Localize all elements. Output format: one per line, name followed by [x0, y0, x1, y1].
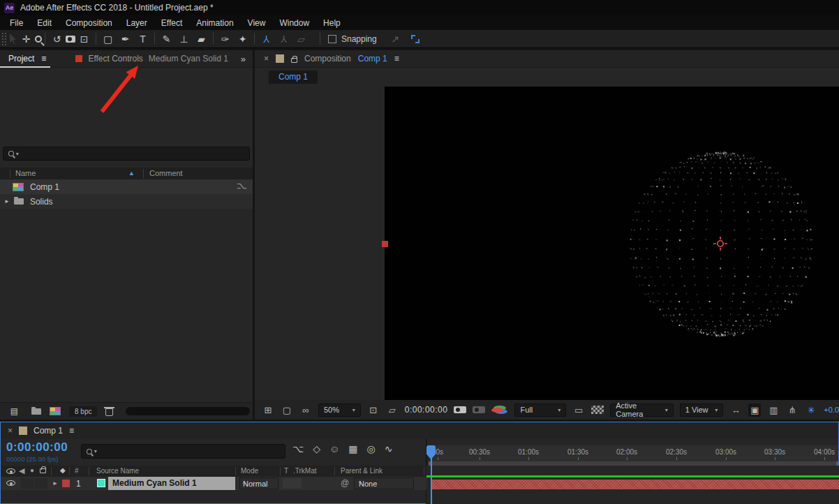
lock-toggle-cell[interactable] [34, 478, 47, 489]
lock-column-icon[interactable] [40, 468, 46, 473]
view-axis-mode-icon[interactable]: ▱ [292, 31, 310, 47]
expander-icon[interactable]: ► [4, 198, 10, 205]
time-ruler[interactable]: 00s00:30s01:00s01:30s02:00s02:30s03:00s0… [430, 445, 838, 461]
lock-icon[interactable] [291, 58, 297, 63]
export-selection-icon[interactable]: ↗ [387, 31, 404, 47]
shy-layers-icon[interactable]: ☺ [329, 443, 339, 454]
stereo-3d-icon[interactable]: ∞ [299, 405, 312, 415]
layer-label-color[interactable] [62, 480, 70, 487]
show-snapshot-icon[interactable] [473, 406, 485, 413]
tab-effect-controls[interactable]: Effect Controls Medium Cyan Solid 1 [75, 54, 228, 64]
resolution-dropdown[interactable]: Full ▾ [514, 403, 566, 417]
rectangle-tool-icon[interactable]: ▢ [99, 31, 117, 47]
column-index[interactable]: # [75, 467, 79, 475]
panel-drag-icon[interactable] [19, 427, 27, 435]
timeline-tab-label[interactable]: Comp 1 [34, 426, 63, 436]
graph-editor-icon[interactable]: ∿ [385, 443, 393, 454]
time-display[interactable]: 0:00:00:00 00000 (25.00 fps) [6, 440, 68, 463]
project-row-solids[interactable]: ► Solids [0, 194, 253, 209]
main-view-icon[interactable]: ▢ [281, 405, 293, 415]
menu-item[interactable]: File [3, 18, 30, 28]
pickwhip-icon[interactable]: @ [341, 478, 349, 488]
hand-tool-icon[interactable]: ✛ [17, 31, 35, 47]
menu-item[interactable]: Animation [189, 18, 240, 28]
roto-brush-tool-icon[interactable]: ✑ [216, 31, 234, 47]
composition-viewport[interactable] [255, 87, 839, 400]
tab-overflow-icon[interactable]: » [241, 54, 246, 64]
trkmat-cell[interactable] [283, 478, 302, 489]
column-name[interactable]: Name [15, 169, 36, 177]
flowchart-icon[interactable]: ⌥ [237, 181, 247, 192]
motion-blur-icon[interactable]: ◎ [366, 443, 375, 454]
trash-icon[interactable] [105, 408, 113, 416]
current-time-display[interactable]: 0:00:00:00 [405, 405, 448, 415]
column-trkmat[interactable]: .TrkMat [293, 467, 317, 475]
panel-menu-icon[interactable]: ≡ [394, 54, 399, 64]
menu-item[interactable]: Layer [119, 18, 154, 28]
brush-tool-icon[interactable]: ✎ [158, 31, 175, 47]
project-row-comp[interactable]: Comp 1 ⌥ [0, 179, 253, 194]
parent-dropdown[interactable]: None ▾ [354, 477, 414, 489]
roi-icon[interactable]: ▭ [572, 405, 585, 415]
timeline-button-icon[interactable]: ▥ [767, 405, 780, 415]
audio-column-icon[interactable]: ◀ [19, 466, 24, 475]
take-snapshot-icon[interactable] [454, 406, 466, 413]
search-caret-icon[interactable]: ▾ [16, 151, 19, 157]
timecode-value[interactable]: 0:00:00:00 [6, 440, 68, 454]
horizontal-scrollbar[interactable] [126, 407, 250, 415]
track-area[interactable] [426, 466, 839, 504]
close-icon[interactable]: × [8, 426, 13, 436]
mask-visibility-icon[interactable]: ▱ [386, 405, 399, 415]
solid-color-swatch[interactable] [97, 479, 105, 487]
view-layout-dropdown[interactable]: 1 View ▾ [680, 403, 724, 417]
reset-exposure-icon[interactable]: ✳ [805, 405, 817, 415]
fast-previews-icon[interactable]: ▣ [748, 403, 761, 417]
layer-handle[interactable] [382, 241, 388, 247]
interpret-footage-icon[interactable]: ▤ [6, 403, 23, 419]
comp-mini-flowchart-icon[interactable]: ⌥ [292, 443, 304, 454]
transparency-grid-icon[interactable] [591, 406, 604, 414]
audio-toggle-cell[interactable] [20, 478, 34, 489]
region-capture-icon[interactable] [411, 35, 420, 43]
timeline-search-input[interactable] [99, 447, 280, 456]
bit-depth-button[interactable]: 8 bpc [69, 406, 97, 417]
snapping-checkbox[interactable] [328, 35, 336, 43]
pixel-aspect-icon[interactable]: ↔ [729, 405, 742, 415]
layer-visibility-toggle[interactable] [6, 480, 15, 486]
tab-project[interactable]: Project ≡ [0, 50, 50, 68]
close-icon[interactable]: × [264, 54, 269, 64]
sort-asc-icon[interactable]: ▲ [128, 170, 135, 177]
layer-row[interactable]: ► 1 Medium Cyan Solid 1 Normal ▾ @ None … [1, 477, 426, 490]
project-search-input[interactable] [21, 149, 244, 158]
always-preview-icon[interactable]: ⊞ [262, 405, 274, 415]
local-axis-mode-icon[interactable]: Y [258, 31, 275, 47]
menu-item[interactable]: Effect [154, 18, 189, 28]
label-column-icon[interactable]: ◆ [60, 466, 66, 474]
menu-item[interactable]: Edit [30, 18, 59, 28]
camera-view-dropdown[interactable]: Active Camera ▾ [610, 403, 674, 417]
pen-tool-icon[interactable]: ✒ [117, 31, 134, 47]
column-parent-link[interactable]: Parent & Link [341, 467, 383, 475]
panel-drag-icon[interactable] [276, 54, 284, 63]
layer-expander-icon[interactable]: ► [52, 480, 58, 487]
type-tool-icon[interactable]: T [134, 31, 151, 47]
search-caret-icon[interactable]: ▾ [94, 448, 97, 454]
blend-mode-dropdown[interactable]: Normal ▾ [239, 477, 279, 489]
selection-tool-icon[interactable] [10, 34, 17, 44]
channels-icon[interactable] [491, 408, 504, 413]
layer-name[interactable]: Medium Cyan Solid 1 [108, 477, 235, 490]
draft-3d-icon[interactable]: ◇ [313, 443, 320, 454]
clone-stamp-tool-icon[interactable]: ⊥ [175, 31, 193, 47]
column-mode[interactable]: Mode [241, 467, 258, 475]
camera-tool-icon[interactable] [66, 36, 75, 43]
safe-zones-icon[interactable]: ⊡ [367, 405, 380, 415]
video-column-icon[interactable] [6, 468, 15, 474]
column-source-name[interactable]: Source Name [96, 467, 139, 475]
comp-flowchart-icon[interactable]: ⋔ [786, 405, 799, 415]
comp-viewer-tab[interactable]: Comp 1 [269, 71, 318, 84]
world-axis-mode-icon[interactable]: Y [275, 31, 292, 47]
pan-behind-tool-icon[interactable]: ⊡ [75, 31, 93, 47]
magnification-dropdown[interactable]: 50% ▾ [318, 403, 361, 417]
frame-blending-icon[interactable]: ▦ [348, 443, 357, 454]
menu-item[interactable]: Window [272, 18, 316, 28]
